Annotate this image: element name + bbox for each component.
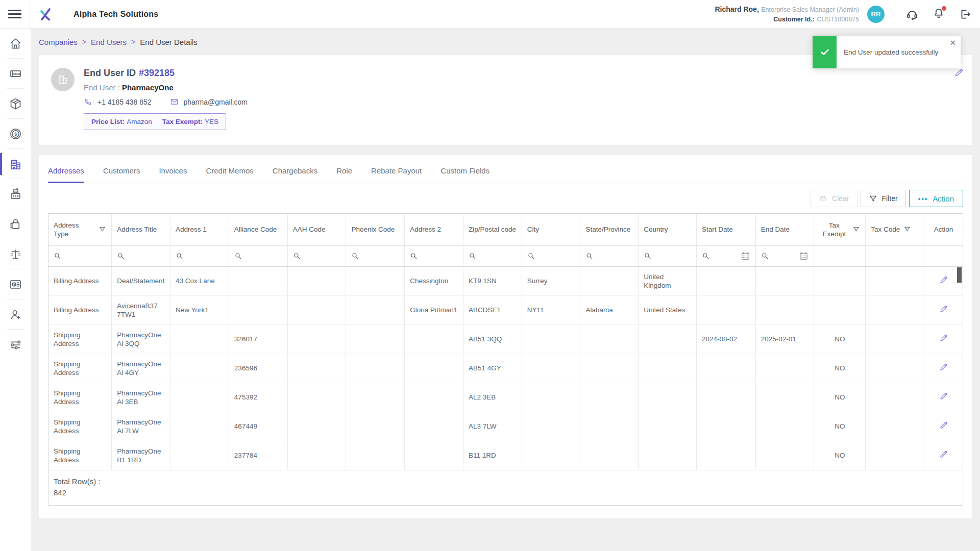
table-scrollbar-thumb[interactable] [957, 267, 962, 283]
tab-custom-fields[interactable]: Custom Fields [440, 166, 489, 183]
column-search-cell[interactable] [755, 245, 814, 266]
end-user-id-value[interactable]: #392185 [139, 68, 175, 78]
tab-customers[interactable]: Customers [103, 166, 140, 183]
column-filter-icon[interactable] [852, 226, 860, 233]
cell [580, 354, 639, 383]
sidebar-item-companies[interactable] [0, 149, 31, 179]
sidebar-item-home[interactable] [0, 29, 31, 59]
sidebar-item-pricing[interactable]: $ [0, 119, 31, 149]
sidebar-item-billing[interactable] [0, 179, 31, 209]
sidebar-item-orders[interactable] [0, 209, 31, 239]
customer-id-label: Customer Id.: [773, 16, 815, 23]
row-edit-icon[interactable] [939, 449, 948, 459]
tab-invoices[interactable]: Invoices [159, 166, 187, 183]
search-icon[interactable] [117, 252, 125, 260]
breadcrumb-item-1[interactable]: End Users [91, 38, 127, 46]
cell [346, 354, 405, 383]
tabs: AddressesCustomersInvoicesCredit MemosCh… [48, 155, 963, 183]
clear-button[interactable]: Clear [811, 190, 857, 207]
cell: 2025-02-01 [755, 324, 814, 354]
column-search-cell[interactable] [405, 245, 463, 266]
column-search-cell[interactable] [170, 245, 229, 266]
edit-end-user-button[interactable] [953, 67, 964, 80]
notifications-button[interactable] [932, 7, 945, 22]
row-edit-icon[interactable] [939, 304, 948, 314]
table-row[interactable]: Billing AddressDeal/Statement43 Cox Lane… [48, 266, 963, 295]
sidebar-item-accounting[interactable]: D C [0, 239, 31, 269]
support-headset-icon[interactable] [905, 8, 919, 21]
search-icon[interactable] [469, 252, 476, 260]
tab-role[interactable]: Role [336, 166, 352, 183]
column-filter-icon[interactable] [99, 226, 106, 233]
cell: 2024-08-02 [696, 324, 755, 354]
sliders-icon [9, 338, 22, 352]
cell [405, 441, 463, 470]
column-search-cell[interactable] [48, 245, 112, 266]
search-icon[interactable] [410, 252, 418, 260]
table-row[interactable]: Shipping AddressPharmacyOneB1 1RD237784B… [48, 441, 963, 470]
logout-icon[interactable] [959, 8, 972, 21]
user-role: Enterprise Sales Manager (Admin) [761, 6, 859, 13]
column-search-cell[interactable] [639, 245, 697, 266]
search-icon[interactable] [351, 252, 359, 260]
cell [755, 412, 814, 441]
breadcrumb-item-0[interactable]: Companies [39, 38, 78, 46]
column-filter-icon[interactable] [903, 226, 911, 233]
search-icon[interactable] [234, 252, 242, 260]
cell [229, 266, 287, 295]
tab-rebate-payout[interactable]: Rebate Payout [371, 166, 422, 183]
sidebar-item-preferences[interactable] [0, 330, 31, 360]
table-row[interactable]: Billing AddressAvicennaB37 7TW1New York1… [48, 295, 963, 324]
column-search-cell[interactable] [287, 245, 346, 266]
cell: 467449 [229, 412, 287, 441]
column-search-cell[interactable] [696, 245, 755, 266]
row-edit-icon[interactable] [939, 275, 948, 285]
table-row[interactable]: Shipping AddressPharmacyOneAl 7LW467449A… [48, 412, 963, 441]
table-row[interactable]: Shipping AddressPharmacyOneAl 3EB475392A… [48, 383, 963, 412]
search-icon[interactable] [585, 252, 593, 260]
search-icon[interactable] [702, 252, 709, 260]
search-icon[interactable] [644, 252, 651, 260]
column-search-cell[interactable] [463, 245, 522, 266]
search-icon[interactable] [293, 252, 301, 260]
user-avatar[interactable]: RR [867, 6, 885, 23]
tab-addresses[interactable]: Addresses [48, 166, 84, 183]
search-icon[interactable] [54, 252, 61, 260]
table-row[interactable]: Shipping AddressPharmacyOneAl 4GY236596A… [48, 354, 963, 383]
user-name: Richard Roe, [715, 5, 758, 13]
tab-credit-memos[interactable]: Credit Memos [206, 166, 253, 183]
search-icon[interactable] [176, 252, 183, 260]
column-search-cell[interactable] [112, 245, 170, 266]
sidebar-item-reports[interactable] [0, 269, 31, 299]
row-edit-icon[interactable] [939, 362, 948, 372]
cell: Shipping Address [48, 324, 112, 354]
row-edit-icon[interactable] [939, 333, 948, 343]
column-search-cell[interactable] [580, 245, 639, 266]
row-edit-icon[interactable] [939, 391, 948, 401]
action-button[interactable]: ••• Action [909, 190, 963, 207]
column-search-cell[interactable] [229, 245, 287, 266]
sidebar-item-products[interactable] [0, 89, 31, 119]
filter-button[interactable]: Filter [861, 190, 906, 207]
crm-icon: CRM [9, 67, 22, 81]
menu-toggle-button[interactable] [0, 8, 30, 20]
customer-id-value: CUST1000875 [817, 16, 859, 23]
row-edit-icon[interactable] [939, 420, 948, 430]
tab-chargebacks[interactable]: Chargebacks [273, 166, 317, 183]
cell [755, 266, 814, 295]
toast-close-icon[interactable]: ✕ [949, 38, 956, 47]
calendar-icon[interactable] [741, 251, 750, 261]
sidebar-item-crm[interactable]: CRM [0, 59, 31, 89]
cell: United Kingdom [639, 266, 697, 295]
cell: United States [639, 295, 697, 324]
sidebar-item-add-user[interactable] [0, 299, 31, 330]
column-header: City [522, 214, 580, 245]
cell: NY11 [522, 295, 580, 324]
cell [696, 441, 755, 470]
column-search-cell[interactable] [522, 245, 580, 266]
search-icon[interactable] [527, 252, 535, 260]
table-row[interactable]: Shipping AddressPharmacyOneAl 3QQ326017A… [48, 324, 963, 354]
search-icon[interactable] [761, 252, 769, 260]
column-search-cell[interactable] [346, 245, 405, 266]
calendar-icon[interactable] [799, 251, 808, 261]
